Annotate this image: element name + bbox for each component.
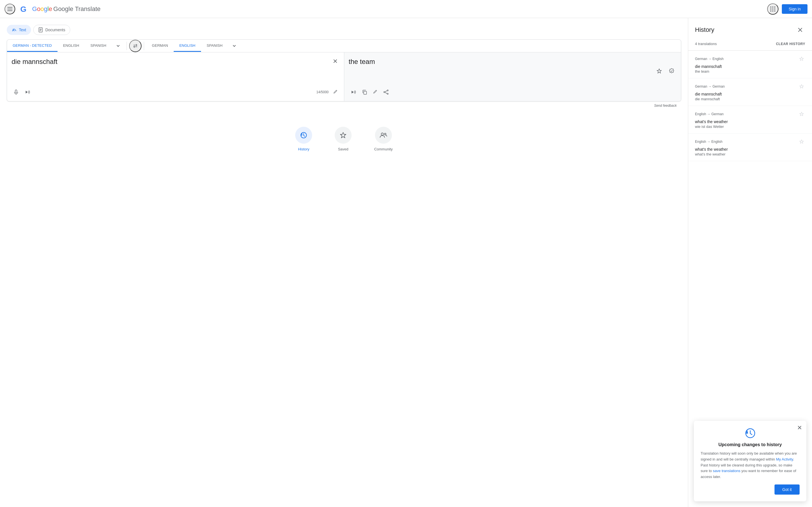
translate-box: GERMAN - DETECTED ENGLISH SPANISH (7, 40, 681, 101)
mode-tabs: A Text Documents (7, 25, 681, 35)
source-audio-button[interactable] (23, 88, 32, 97)
save-translations-link[interactable]: save translations (713, 469, 741, 473)
history-count: 4 translations (695, 42, 717, 46)
share-button[interactable] (382, 88, 391, 97)
svg-rect-1 (7, 9, 12, 9)
svg-marker-21 (26, 91, 28, 94)
history-title: History (695, 26, 714, 34)
char-count: 14/5000 (316, 90, 328, 94)
history-lang-label: German → English (695, 55, 805, 62)
popup-history-icon (701, 428, 800, 439)
got-it-button[interactable]: Got it (774, 485, 800, 495)
apps-button[interactable] (767, 3, 778, 15)
target-audio-button[interactable] (349, 88, 358, 97)
svg-point-26 (387, 93, 388, 94)
popup-close-button[interactable] (796, 424, 803, 431)
target-lang-spanish[interactable]: SPANISH (201, 40, 228, 52)
star-button[interactable] (798, 110, 805, 118)
target-lang-german[interactable]: GERMAN (146, 40, 174, 52)
community-icon-wrap (375, 127, 392, 144)
left-panel: A Text Documents GERMAN (0, 18, 688, 507)
copy-button[interactable] (360, 88, 369, 97)
nav-item-history[interactable]: History (295, 127, 312, 151)
header-left: G Google Google Translate (4, 3, 101, 15)
swap-languages-button[interactable] (129, 40, 142, 52)
tab-text-label: Text (19, 27, 26, 32)
svg-rect-2 (7, 10, 12, 11)
history-item: English → English what's the weather wha… (688, 133, 812, 161)
target-lang-more-button[interactable] (228, 40, 241, 52)
svg-line-28 (385, 93, 387, 94)
svg-rect-19 (15, 90, 17, 93)
nav-label-saved: Saved (338, 147, 349, 151)
source-area: die mannschaft (7, 52, 344, 101)
source-lang-spanish[interactable]: SPANISH (85, 40, 112, 52)
svg-point-4 (770, 6, 771, 8)
history-source: what's the weather (695, 147, 805, 152)
svg-rect-23 (364, 91, 366, 94)
microphone-button[interactable] (11, 88, 20, 97)
menu-button[interactable] (4, 4, 15, 14)
google-translate-logo[interactable]: G Google Google Translate (20, 3, 101, 15)
history-popup: Upcoming changes to history Translation … (694, 421, 806, 501)
svg-point-5 (772, 6, 773, 8)
source-lang-german-detected[interactable]: GERMAN - DETECTED (7, 40, 57, 52)
svg-point-10 (770, 10, 771, 11)
popup-footer: Got it (701, 485, 800, 495)
target-actions (349, 88, 391, 97)
history-close-button[interactable] (795, 25, 805, 35)
sign-in-button[interactable]: Sign in (782, 4, 808, 14)
nav-item-saved[interactable]: Saved (335, 127, 352, 151)
history-source: die mannschaft (695, 64, 805, 69)
svg-point-6 (774, 6, 775, 8)
svg-point-12 (774, 10, 775, 11)
history-meta: 4 translations CLEAR HISTORY (688, 40, 812, 51)
app-name-label: Google Translate (53, 5, 101, 13)
target-lang-english[interactable]: ENGLISH (174, 40, 201, 52)
star-button[interactable] (798, 55, 805, 62)
history-source: die mannschaft (695, 92, 805, 96)
history-translated: what's the weather (695, 152, 805, 156)
target-area: the team (344, 52, 681, 101)
popup-body: Translation history will soon only be av… (701, 451, 800, 480)
history-item: English → German what's the weather wie … (688, 106, 812, 133)
svg-point-11 (772, 10, 773, 11)
history-translated: die mannschaft (695, 97, 805, 101)
main-layout: A Text Documents GERMAN (0, 18, 812, 507)
edit-translation-button[interactable] (371, 88, 379, 97)
bottom-nav: History Saved (7, 127, 681, 151)
clear-history-button[interactable]: CLEAR HISTORY (776, 42, 805, 46)
star-button[interactable] (798, 83, 805, 90)
history-header: History (688, 18, 812, 40)
app-header: G Google Google Translate Sign in (0, 0, 812, 18)
nav-label-history: History (298, 147, 309, 151)
svg-point-7 (770, 8, 771, 10)
history-source: what's the weather (695, 119, 805, 124)
clear-source-button[interactable] (331, 57, 340, 65)
tab-documents[interactable]: Documents (33, 25, 70, 35)
svg-point-25 (384, 92, 385, 93)
save-translation-button[interactable] (654, 66, 664, 76)
source-edit-button[interactable] (332, 88, 340, 96)
history-translated: the team (695, 69, 805, 73)
source-lang-more-button[interactable] (112, 40, 124, 52)
my-activity-link[interactable]: My Activity (776, 457, 793, 461)
source-lang-english[interactable]: ENGLISH (57, 40, 85, 52)
feedback-link[interactable]: Send feedback (7, 101, 681, 110)
text-areas: die mannschaft (7, 52, 681, 101)
svg-point-30 (381, 133, 384, 135)
svg-rect-0 (7, 7, 12, 8)
source-actions (11, 88, 32, 97)
nav-item-community[interactable]: Community (374, 127, 393, 151)
svg-marker-22 (352, 91, 354, 94)
source-input[interactable]: die mannschaft (11, 57, 331, 86)
tab-text[interactable]: A Text (7, 25, 31, 35)
history-item: German → German die mannschaft die manns… (688, 78, 812, 106)
star-button[interactable] (798, 138, 805, 145)
history-translated: wie ist das Wetter (695, 124, 805, 129)
svg-point-9 (774, 8, 775, 10)
verified-icon (667, 66, 676, 76)
history-lang-label: English → German (695, 110, 805, 118)
history-item: German → English die mannschaft the team (688, 51, 812, 78)
language-bar: GERMAN - DETECTED ENGLISH SPANISH (7, 40, 681, 52)
